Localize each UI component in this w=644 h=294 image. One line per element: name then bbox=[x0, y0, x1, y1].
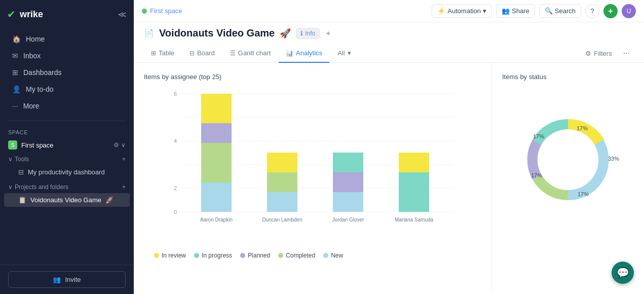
automation-button[interactable]: ⚡ Automation ▾ bbox=[432, 4, 492, 18]
analytics-icon: 📊 bbox=[286, 50, 293, 57]
donut-label-new: 33% bbox=[608, 156, 619, 162]
filters-button[interactable]: ⚙ Filters bbox=[579, 47, 618, 60]
page-title-actions: ℹ Info ✦ bbox=[296, 28, 333, 39]
tab-board[interactable]: ⊟ Board bbox=[182, 44, 222, 63]
sidebar-item-inbox[interactable]: ✉ Inbox bbox=[4, 48, 130, 64]
info-button[interactable]: ℹ Info bbox=[296, 28, 320, 39]
project-icon: 📋 bbox=[18, 196, 26, 204]
topbar-actions: ⚡ Automation ▾ 👥 Share 🔍 Search ? + U bbox=[432, 4, 636, 18]
active-project-label: Voidonauts Video Game bbox=[30, 196, 101, 204]
bar-chart-title: Items by assignee (top 25) bbox=[144, 73, 481, 81]
more-icon: ··· bbox=[12, 102, 18, 110]
space-icon: S bbox=[8, 140, 17, 150]
sidebar: ✔ wrike ≪ 🏠 Home ✉ Inbox ⊞ Dashboards 👤 … bbox=[0, 0, 134, 294]
collapse-sidebar-button[interactable]: ≪ bbox=[118, 10, 127, 19]
svg-text:6: 6 bbox=[174, 91, 177, 97]
space-chevron-icon[interactable]: ∨ bbox=[121, 141, 126, 149]
legend-new: New bbox=[323, 252, 343, 259]
nav-items: 🏠 Home ✉ Inbox ⊞ Dashboards 👤 My to-do ·… bbox=[0, 28, 134, 117]
bar-duncan-in-review bbox=[267, 153, 297, 172]
search-label: Search bbox=[555, 7, 576, 15]
space-actions: ⚙ ∨ bbox=[113, 141, 126, 149]
invite-icon: 👥 bbox=[53, 276, 61, 283]
add-button[interactable]: + bbox=[603, 4, 618, 18]
bar-aaron-completed bbox=[201, 143, 232, 182]
page-title-emoji: 🚀 bbox=[280, 28, 291, 39]
sidebar-item-home[interactable]: 🏠 Home bbox=[4, 31, 130, 47]
legend-planned-label: Planned bbox=[248, 252, 270, 259]
donut-label-completed: 17% bbox=[578, 191, 589, 197]
space-header[interactable]: S First space ⚙ ∨ bbox=[0, 137, 134, 153]
svg-text:Duncan Lambden: Duncan Lambden bbox=[262, 217, 302, 223]
svg-text:0: 0 bbox=[174, 209, 177, 215]
sidebar-item-inbox-label: Inbox bbox=[23, 52, 41, 60]
projects-header[interactable]: ∨ Projects and folders + bbox=[0, 181, 134, 193]
user-avatar[interactable]: U bbox=[622, 4, 636, 18]
add-project-icon[interactable]: + bbox=[122, 183, 126, 191]
tab-analytics[interactable]: 📊 Analytics bbox=[279, 44, 329, 63]
info-label: Info bbox=[305, 30, 315, 37]
projects-header-left: ∨ Projects and folders bbox=[8, 183, 68, 191]
tab-board-label: Board bbox=[197, 49, 215, 57]
legend-completed-label: Completed bbox=[286, 252, 315, 259]
bar-chart-legend: In review In progress Planned Completed … bbox=[144, 252, 481, 259]
page-title-row: 📄 Voidonauts Video Game 🚀 ℹ Info ✦ bbox=[144, 27, 634, 39]
tab-table[interactable]: ⊞ Table bbox=[144, 44, 181, 63]
tab-more-button[interactable]: ··· bbox=[619, 46, 634, 61]
main-content: First space ⚡ Automation ▾ 👥 Share 🔍 Sea… bbox=[134, 0, 644, 294]
share-icon: 👥 bbox=[502, 7, 510, 15]
search-button[interactable]: 🔍 Search bbox=[539, 4, 581, 18]
bar-chart: 6 4 2 0 bbox=[144, 89, 481, 246]
pin-icon[interactable]: ✦ bbox=[324, 28, 333, 39]
sidebar-item-my-todo[interactable]: 👤 My to-do bbox=[4, 81, 130, 97]
tools-section: ∨ Tools + ⊟ My productivity dashboard bbox=[0, 153, 134, 180]
tab-bar: ⊞ Table ⊟ Board ☰ Gantt chart 📊 Analytic… bbox=[134, 44, 644, 63]
tools-label: Tools bbox=[15, 156, 29, 163]
space-settings-icon[interactable]: ⚙ bbox=[113, 141, 119, 149]
invite-button[interactable]: 👥 Invite bbox=[8, 271, 126, 288]
chat-button[interactable]: 💬 bbox=[612, 262, 634, 284]
tab-gantt-label: Gantt chart bbox=[238, 49, 271, 57]
legend-planned-dot bbox=[240, 253, 245, 258]
legend-in-review: In review bbox=[154, 252, 186, 259]
share-button[interactable]: 👥 Share bbox=[496, 4, 535, 18]
svg-text:Aaron Drapkin: Aaron Drapkin bbox=[200, 217, 233, 223]
automation-chevron-icon: ▾ bbox=[483, 7, 486, 15]
bar-mariana-in-progress bbox=[399, 172, 429, 212]
tools-header[interactable]: ∨ Tools + bbox=[0, 154, 134, 165]
add-tool-icon[interactable]: + bbox=[122, 156, 126, 163]
donut-chart-panel: Items by status bbox=[492, 63, 644, 294]
automation-icon: ⚡ bbox=[437, 7, 445, 15]
legend-in-progress-dot bbox=[194, 253, 199, 258]
projects-chevron-icon: ∨ bbox=[8, 183, 13, 191]
tab-table-label: Table bbox=[159, 49, 174, 57]
space-name-label: First space bbox=[21, 141, 109, 149]
space-section-label: Space bbox=[0, 125, 134, 137]
project-emoji: 🚀 bbox=[105, 196, 113, 204]
tools-chevron-icon: ∨ bbox=[8, 156, 13, 163]
sidebar-item-voidonauts[interactable]: 📋 Voidonauts Video Game 🚀 bbox=[4, 193, 130, 207]
bar-jordan-planned bbox=[333, 172, 363, 192]
svg-text:2: 2 bbox=[174, 185, 177, 191]
sidebar-item-more[interactable]: ··· More bbox=[4, 98, 130, 114]
bar-jordan-in-progress bbox=[333, 153, 363, 172]
tab-all-chevron-icon: ▾ bbox=[348, 49, 351, 57]
donut-chart-svg: 17% 33% 17% 17% 17% bbox=[507, 99, 629, 220]
svg-text:Mariana Samuda: Mariana Samuda bbox=[395, 217, 434, 223]
tab-gantt[interactable]: ☰ Gantt chart bbox=[223, 44, 278, 63]
breadcrumb-dot bbox=[142, 9, 147, 14]
help-button[interactable]: ? bbox=[585, 4, 599, 18]
legend-planned: Planned bbox=[240, 252, 270, 259]
page-header: 📄 Voidonauts Video Game 🚀 ℹ Info ✦ bbox=[134, 22, 644, 44]
bar-chart-svg: 6 4 2 0 bbox=[144, 89, 481, 236]
automation-label: Automation bbox=[447, 7, 481, 15]
legend-in-review-label: In review bbox=[162, 252, 186, 259]
table-icon: ⊞ bbox=[151, 50, 156, 57]
tab-all[interactable]: All ▾ bbox=[330, 44, 358, 63]
sidebar-item-my-productivity[interactable]: ⊟ My productivity dashboard bbox=[4, 165, 130, 179]
breadcrumb-text: First space bbox=[150, 7, 182, 15]
legend-new-label: New bbox=[331, 252, 343, 259]
more-dots-icon: ··· bbox=[623, 49, 630, 57]
sidebar-item-dashboards[interactable]: ⊞ Dashboards bbox=[4, 64, 130, 81]
logo-text: wrike bbox=[20, 9, 43, 20]
